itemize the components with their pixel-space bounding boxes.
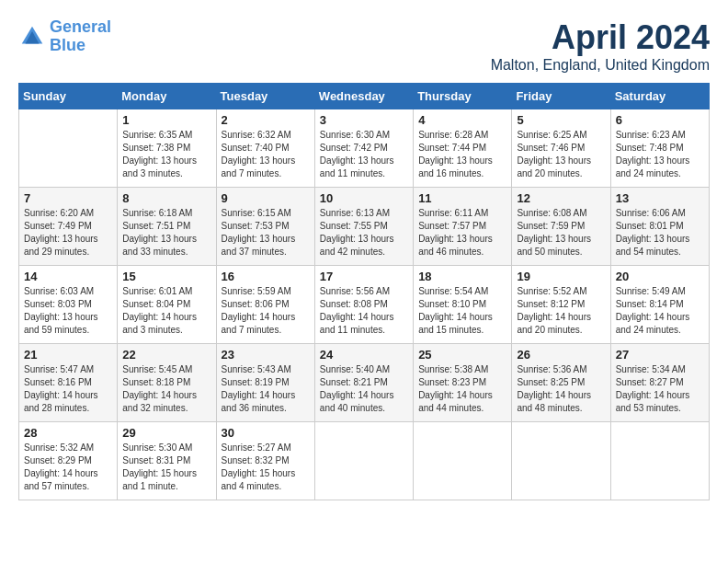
day-info: Sunrise: 6:23 AMSunset: 7:48 PMDaylight:… bbox=[616, 129, 704, 180]
day-number: 10 bbox=[320, 191, 408, 205]
day-number: 9 bbox=[222, 191, 310, 205]
calendar-cell: 29Sunrise: 5:30 AMSunset: 8:31 PMDayligh… bbox=[118, 422, 216, 500]
day-info: Sunrise: 5:45 AMSunset: 8:18 PMDaylight:… bbox=[122, 363, 210, 415]
day-info: Sunrise: 6:32 AMSunset: 7:40 PMDaylight:… bbox=[222, 129, 310, 180]
calendar-cell: 3Sunrise: 6:30 AMSunset: 7:42 PMDaylight… bbox=[314, 109, 413, 188]
calendar-week-row: 21Sunrise: 5:47 AMSunset: 8:16 PMDayligh… bbox=[19, 344, 710, 422]
calendar-cell bbox=[512, 422, 610, 500]
day-info: Sunrise: 6:35 AMSunset: 7:38 PMDaylight:… bbox=[122, 129, 210, 180]
calendar-cell: 15Sunrise: 6:01 AMSunset: 8:04 PMDayligh… bbox=[118, 266, 216, 344]
day-number: 14 bbox=[24, 270, 112, 283]
day-number: 5 bbox=[517, 113, 605, 127]
day-info: Sunrise: 6:15 AMSunset: 7:53 PMDaylight:… bbox=[222, 207, 310, 259]
day-number: 24 bbox=[320, 348, 408, 362]
day-info: Sunrise: 6:20 AMSunset: 7:49 PMDaylight:… bbox=[24, 207, 112, 259]
day-number: 25 bbox=[418, 348, 506, 362]
calendar-cell: 9Sunrise: 6:15 AMSunset: 7:53 PMDaylight… bbox=[216, 188, 314, 266]
day-number: 1 bbox=[122, 113, 210, 127]
day-number: 18 bbox=[418, 270, 506, 283]
day-info: Sunrise: 5:40 AMSunset: 8:21 PMDaylight:… bbox=[320, 363, 408, 415]
day-info: Sunrise: 5:59 AMSunset: 8:06 PMDaylight:… bbox=[222, 285, 310, 337]
calendar-cell: 1Sunrise: 6:35 AMSunset: 7:38 PMDaylight… bbox=[118, 109, 216, 188]
day-info: Sunrise: 5:38 AMSunset: 8:23 PMDaylight:… bbox=[418, 363, 506, 415]
weekday-header: Tuesday bbox=[216, 84, 314, 109]
day-info: Sunrise: 6:30 AMSunset: 7:42 PMDaylight:… bbox=[320, 129, 408, 180]
calendar-cell: 26Sunrise: 5:36 AMSunset: 8:25 PMDayligh… bbox=[512, 344, 610, 422]
calendar-cell: 8Sunrise: 6:18 AMSunset: 7:51 PMDaylight… bbox=[118, 188, 216, 266]
day-info: Sunrise: 5:30 AMSunset: 8:31 PMDaylight:… bbox=[122, 442, 210, 493]
day-info: Sunrise: 5:56 AMSunset: 8:08 PMDaylight:… bbox=[320, 285, 408, 337]
day-number: 27 bbox=[616, 348, 704, 362]
day-info: Sunrise: 6:25 AMSunset: 7:46 PMDaylight:… bbox=[517, 129, 605, 180]
calendar-cell bbox=[414, 422, 512, 500]
day-info: Sunrise: 6:11 AMSunset: 7:57 PMDaylight:… bbox=[418, 207, 506, 259]
day-info: Sunrise: 5:36 AMSunset: 8:25 PMDaylight:… bbox=[517, 363, 605, 415]
calendar-cell: 16Sunrise: 5:59 AMSunset: 8:06 PMDayligh… bbox=[216, 266, 314, 344]
calendar-week-row: 28Sunrise: 5:32 AMSunset: 8:29 PMDayligh… bbox=[19, 422, 710, 500]
calendar-cell: 12Sunrise: 6:08 AMSunset: 7:59 PMDayligh… bbox=[512, 188, 610, 266]
calendar-week-row: 14Sunrise: 6:03 AMSunset: 8:03 PMDayligh… bbox=[19, 266, 710, 344]
day-number: 8 bbox=[122, 191, 210, 205]
calendar-cell: 20Sunrise: 5:49 AMSunset: 8:14 PMDayligh… bbox=[610, 266, 709, 344]
day-info: Sunrise: 6:13 AMSunset: 7:55 PMDaylight:… bbox=[320, 207, 408, 259]
calendar-cell: 27Sunrise: 5:34 AMSunset: 8:27 PMDayligh… bbox=[610, 344, 709, 422]
day-info: Sunrise: 5:27 AMSunset: 8:32 PMDaylight:… bbox=[222, 442, 310, 493]
logo-icon bbox=[18, 23, 46, 51]
day-info: Sunrise: 5:32 AMSunset: 8:29 PMDaylight:… bbox=[24, 442, 112, 493]
day-info: Sunrise: 5:52 AMSunset: 8:12 PMDaylight:… bbox=[517, 285, 605, 337]
weekday-header: Monday bbox=[118, 84, 216, 109]
day-number: 23 bbox=[222, 348, 310, 362]
day-number: 19 bbox=[517, 270, 605, 283]
weekday-header: Wednesday bbox=[314, 84, 413, 109]
calendar-cell: 30Sunrise: 5:27 AMSunset: 8:32 PMDayligh… bbox=[216, 422, 314, 500]
calendar-cell: 10Sunrise: 6:13 AMSunset: 7:55 PMDayligh… bbox=[314, 188, 413, 266]
calendar-cell: 5Sunrise: 6:25 AMSunset: 7:46 PMDaylight… bbox=[512, 109, 610, 188]
calendar-cell: 19Sunrise: 5:52 AMSunset: 8:12 PMDayligh… bbox=[512, 266, 610, 344]
calendar-cell: 11Sunrise: 6:11 AMSunset: 7:57 PMDayligh… bbox=[414, 188, 512, 266]
weekday-header-row: SundayMondayTuesdayWednesdayThursdayFrid… bbox=[19, 84, 710, 109]
calendar-cell bbox=[610, 422, 709, 500]
calendar-cell: 25Sunrise: 5:38 AMSunset: 8:23 PMDayligh… bbox=[414, 344, 512, 422]
calendar-week-row: 7Sunrise: 6:20 AMSunset: 7:49 PMDaylight… bbox=[19, 188, 710, 266]
day-number: 20 bbox=[616, 270, 704, 283]
calendar-cell: 2Sunrise: 6:32 AMSunset: 7:40 PMDaylight… bbox=[216, 109, 314, 188]
calendar-cell: 28Sunrise: 5:32 AMSunset: 8:29 PMDayligh… bbox=[19, 422, 118, 500]
logo-text: General Blue bbox=[50, 18, 111, 55]
calendar-cell: 24Sunrise: 5:40 AMSunset: 8:21 PMDayligh… bbox=[314, 344, 413, 422]
day-number: 12 bbox=[517, 191, 605, 205]
weekday-header: Saturday bbox=[610, 84, 709, 109]
day-number: 26 bbox=[517, 348, 605, 362]
day-number: 30 bbox=[222, 426, 310, 440]
calendar-cell: 18Sunrise: 5:54 AMSunset: 8:10 PMDayligh… bbox=[414, 266, 512, 344]
page-header: General Blue April 2024 Malton, England,… bbox=[18, 18, 710, 74]
weekday-header: Thursday bbox=[414, 84, 512, 109]
month-title: April 2024 bbox=[491, 18, 710, 57]
day-info: Sunrise: 6:03 AMSunset: 8:03 PMDaylight:… bbox=[24, 285, 112, 337]
calendar-cell: 22Sunrise: 5:45 AMSunset: 8:18 PMDayligh… bbox=[118, 344, 216, 422]
day-number: 28 bbox=[24, 426, 112, 440]
day-info: Sunrise: 5:47 AMSunset: 8:16 PMDaylight:… bbox=[24, 363, 112, 415]
day-info: Sunrise: 6:06 AMSunset: 8:01 PMDaylight:… bbox=[616, 207, 704, 259]
day-info: Sunrise: 5:34 AMSunset: 8:27 PMDaylight:… bbox=[616, 363, 704, 415]
day-number: 11 bbox=[418, 191, 506, 205]
calendar-cell bbox=[314, 422, 413, 500]
calendar-cell: 13Sunrise: 6:06 AMSunset: 8:01 PMDayligh… bbox=[610, 188, 709, 266]
day-number: 7 bbox=[24, 191, 112, 205]
day-number: 4 bbox=[418, 113, 506, 127]
calendar-week-row: 1Sunrise: 6:35 AMSunset: 7:38 PMDaylight… bbox=[19, 109, 710, 188]
calendar-cell: 6Sunrise: 6:23 AMSunset: 7:48 PMDaylight… bbox=[610, 109, 709, 188]
day-info: Sunrise: 5:49 AMSunset: 8:14 PMDaylight:… bbox=[616, 285, 704, 337]
day-number: 13 bbox=[616, 191, 704, 205]
day-number: 15 bbox=[122, 270, 210, 283]
calendar-cell: 7Sunrise: 6:20 AMSunset: 7:49 PMDaylight… bbox=[19, 188, 118, 266]
day-number: 3 bbox=[320, 113, 408, 127]
weekday-header: Sunday bbox=[19, 84, 118, 109]
day-info: Sunrise: 6:28 AMSunset: 7:44 PMDaylight:… bbox=[418, 129, 506, 180]
calendar-table: SundayMondayTuesdayWednesdayThursdayFrid… bbox=[18, 83, 710, 500]
calendar-cell: 17Sunrise: 5:56 AMSunset: 8:08 PMDayligh… bbox=[314, 266, 413, 344]
day-number: 2 bbox=[222, 113, 310, 127]
day-number: 29 bbox=[122, 426, 210, 440]
day-info: Sunrise: 6:18 AMSunset: 7:51 PMDaylight:… bbox=[122, 207, 210, 259]
day-number: 16 bbox=[222, 270, 310, 283]
calendar-cell: 14Sunrise: 6:03 AMSunset: 8:03 PMDayligh… bbox=[19, 266, 118, 344]
